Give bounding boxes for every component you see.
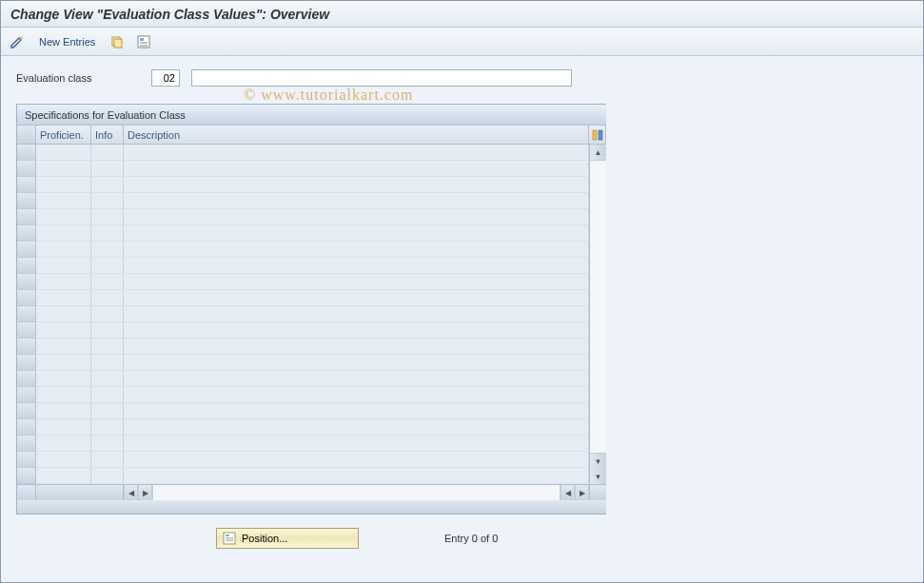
cell-info[interactable] — [91, 387, 124, 403]
horizontal-scrollbar[interactable]: ◀ ▶ ◀ ▶ — [17, 484, 606, 500]
cell-info[interactable] — [91, 468, 124, 484]
cell-info[interactable] — [91, 242, 124, 258]
table-row[interactable] — [17, 209, 589, 225]
table-row[interactable] — [17, 161, 589, 177]
row-selector[interactable] — [17, 177, 36, 193]
row-selector[interactable] — [17, 371, 36, 387]
table-row[interactable] — [17, 225, 589, 242]
evaluation-class-desc-input[interactable] — [191, 69, 572, 87]
cell-description[interactable] — [124, 419, 589, 436]
row-selector[interactable] — [17, 419, 36, 436]
table-row[interactable] — [17, 177, 589, 193]
grid-header-proficien[interactable]: Proficien. — [36, 126, 91, 145]
cell-description[interactable] — [124, 161, 589, 177]
cell-info[interactable] — [91, 145, 124, 161]
cell-description[interactable] — [124, 452, 589, 468]
row-selector[interactable] — [17, 258, 36, 274]
grid-header-description[interactable]: Description — [124, 126, 589, 145]
cell-description[interactable] — [124, 193, 589, 209]
cell-info[interactable] — [91, 225, 124, 242]
new-entries-button[interactable]: New Entries — [33, 31, 101, 52]
table-row[interactable] — [17, 290, 589, 306]
table-row[interactable] — [17, 436, 589, 452]
cell-description[interactable] — [124, 371, 589, 387]
table-row[interactable] — [17, 452, 589, 468]
cell-info[interactable] — [91, 371, 124, 387]
scroll-up-icon[interactable]: ▲ — [590, 145, 606, 160]
cell-proficien[interactable] — [36, 322, 91, 339]
table-row[interactable] — [17, 419, 589, 436]
row-selector[interactable] — [17, 322, 36, 339]
row-selector[interactable] — [17, 274, 36, 290]
cell-proficien[interactable] — [36, 306, 91, 322]
cell-info[interactable] — [91, 452, 124, 468]
table-row[interactable] — [17, 145, 589, 161]
evaluation-class-code-input[interactable] — [151, 69, 180, 87]
grid-header-info[interactable]: Info — [91, 126, 124, 145]
row-selector[interactable] — [17, 387, 36, 403]
table-row[interactable] — [17, 339, 589, 355]
table-row[interactable] — [17, 193, 589, 209]
cell-description[interactable] — [124, 306, 589, 322]
cell-proficien[interactable] — [36, 339, 91, 355]
cell-proficien[interactable] — [36, 419, 91, 436]
row-selector[interactable] — [17, 225, 36, 242]
cell-proficien[interactable] — [36, 177, 91, 193]
table-row[interactable] — [17, 322, 589, 339]
vertical-scrollbar[interactable]: ▲ ▼ ▼ — [589, 145, 606, 484]
row-selector[interactable] — [17, 468, 36, 484]
cell-description[interactable] — [124, 258, 589, 274]
row-selector[interactable] — [17, 161, 36, 177]
row-selector[interactable] — [17, 436, 36, 452]
cell-info[interactable] — [91, 209, 124, 225]
cell-description[interactable] — [124, 242, 589, 258]
cell-info[interactable] — [91, 436, 124, 452]
cell-info[interactable] — [91, 258, 124, 274]
cell-info[interactable] — [91, 355, 124, 371]
scroll-left-icon[interactable]: ◀ — [124, 485, 138, 500]
cell-proficien[interactable] — [36, 242, 91, 258]
cell-description[interactable] — [124, 436, 589, 452]
cell-proficien[interactable] — [36, 387, 91, 403]
cell-proficien[interactable] — [36, 371, 91, 387]
row-selector[interactable] — [17, 193, 36, 209]
row-selector[interactable] — [17, 306, 36, 322]
cell-info[interactable] — [91, 193, 124, 209]
change-icon[interactable] — [7, 31, 28, 52]
cell-info[interactable] — [91, 419, 124, 436]
table-row[interactable] — [17, 468, 589, 484]
row-selector[interactable] — [17, 339, 36, 355]
row-selector[interactable] — [17, 290, 36, 306]
position-button[interactable]: Position... — [216, 528, 359, 549]
scroll-track-horizontal[interactable] — [152, 485, 560, 500]
grid-header-selector[interactable] — [17, 126, 36, 145]
cell-description[interactable] — [124, 177, 589, 193]
scroll-track-vertical[interactable] — [590, 160, 606, 454]
table-row[interactable] — [17, 403, 589, 419]
cell-info[interactable] — [91, 339, 124, 355]
cell-proficien[interactable] — [36, 355, 91, 371]
cell-proficien[interactable] — [36, 468, 91, 484]
cell-description[interactable] — [124, 355, 589, 371]
scroll-right-icon[interactable]: ▶ — [575, 485, 589, 500]
cell-proficien[interactable] — [36, 193, 91, 209]
cell-description[interactable] — [124, 403, 589, 419]
table-row[interactable] — [17, 306, 589, 322]
cell-info[interactable] — [91, 403, 124, 419]
cell-description[interactable] — [124, 225, 589, 242]
cell-info[interactable] — [91, 290, 124, 306]
cell-info[interactable] — [91, 161, 124, 177]
copy-icon[interactable] — [107, 31, 128, 52]
table-row[interactable] — [17, 355, 589, 371]
cell-proficien[interactable] — [36, 436, 91, 452]
cell-description[interactable] — [124, 468, 589, 484]
row-selector[interactable] — [17, 403, 36, 419]
table-row[interactable] — [17, 371, 589, 387]
row-selector[interactable] — [17, 452, 36, 468]
cell-proficien[interactable] — [36, 209, 91, 225]
select-all-icon[interactable] — [133, 31, 154, 52]
table-row[interactable] — [17, 258, 589, 274]
grid-settings-icon[interactable] — [589, 126, 606, 145]
scroll-down-btn2[interactable]: ▼ — [590, 469, 606, 484]
scroll-down-btn1[interactable]: ▼ — [590, 454, 606, 469]
